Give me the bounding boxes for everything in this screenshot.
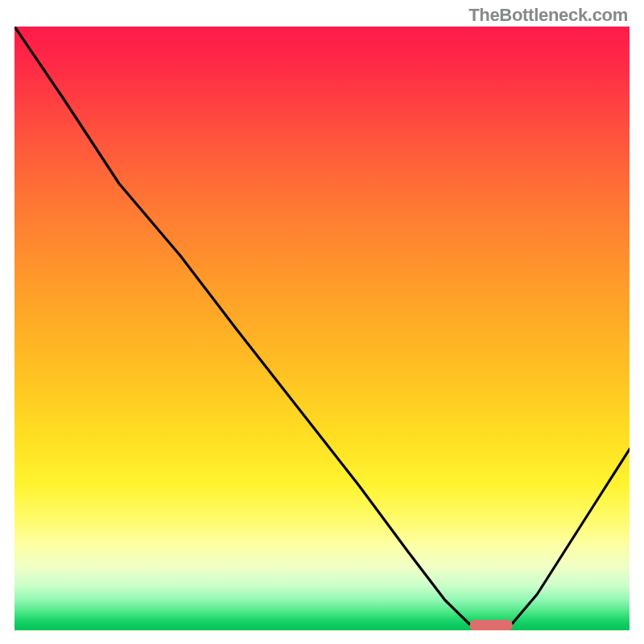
curve-layer: [14, 27, 630, 630]
optimal-zone-marker: [469, 620, 513, 630]
bottleneck-curve-path: [14, 27, 630, 630]
plot-area: [14, 27, 630, 630]
bottleneck-chart: TheBottleneck.com: [0, 0, 644, 644]
watermark-text: TheBottleneck.com: [469, 5, 628, 26]
